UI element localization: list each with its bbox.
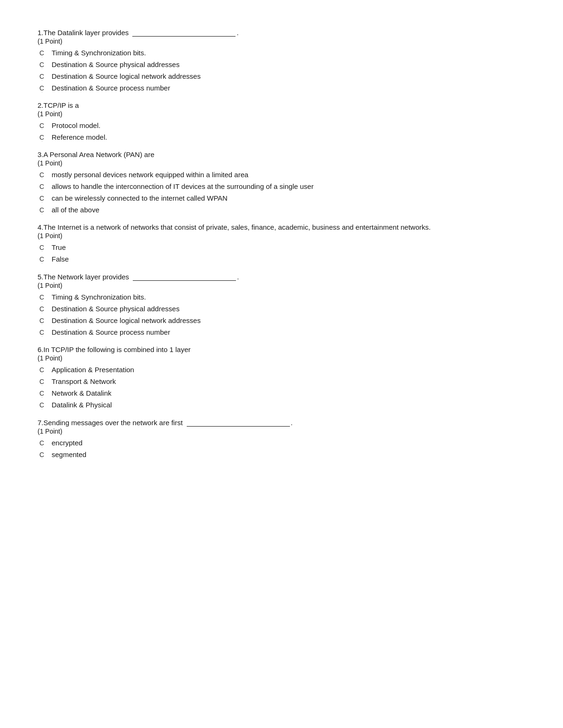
- question-block-3: 3.A Personal Area Network (PAN) are(1 Po…: [38, 150, 525, 215]
- option-label-1-2: Destination & Source physical addresses: [52, 60, 180, 69]
- question-text-3: 3.A Personal Area Network (PAN) are: [38, 150, 525, 158]
- radio-icon-6-3[interactable]: C.: [39, 389, 48, 398]
- radio-icon-7-1[interactable]: C.: [39, 438, 48, 448]
- option-row-6-3[interactable]: C.Network & Datalink: [38, 388, 525, 398]
- points-label-4: (1 Point): [38, 232, 525, 240]
- points-label-1: (1 Point): [38, 38, 525, 45]
- option-label-4-2: False: [52, 254, 69, 264]
- option-row-3-4[interactable]: C.all of the above: [38, 205, 525, 215]
- option-row-3-1[interactable]: C.mostly personal devices network equipp…: [38, 170, 525, 180]
- option-row-5-4[interactable]: C.Destination & Source process number: [38, 327, 525, 337]
- option-row-5-3[interactable]: C.Destination & Source logical network a…: [38, 315, 525, 325]
- radio-icon-3-1[interactable]: C.: [39, 170, 48, 180]
- option-row-1-4[interactable]: C.Destination & Source process number: [38, 83, 525, 93]
- question-block-4: 4.The Internet is a network of networks …: [38, 223, 525, 264]
- radio-icon-1-4[interactable]: C.: [39, 83, 48, 93]
- radio-icon-6-2[interactable]: C.: [39, 377, 48, 386]
- option-row-1-3[interactable]: C.Destination & Source logical network a…: [38, 71, 525, 81]
- option-label-2-1: Protocol model.: [52, 120, 100, 130]
- option-row-4-1[interactable]: C.True: [38, 242, 525, 252]
- radio-icon-2-2[interactable]: C.: [39, 133, 48, 142]
- question-text-7: 7.Sending messages over the network are …: [38, 418, 525, 427]
- option-label-5-1: Timing & Synchronization bits.: [52, 292, 146, 302]
- question-block-6: 6.In TCP/IP the following is combined in…: [38, 345, 525, 410]
- radio-icon-6-4[interactable]: C.: [39, 400, 48, 410]
- option-label-2-2: Reference model.: [52, 132, 107, 142]
- option-label-5-4: Destination & Source process number: [52, 327, 170, 337]
- option-label-7-2: segmented: [52, 450, 86, 459]
- radio-icon-1-2[interactable]: C.: [39, 60, 48, 69]
- radio-icon-7-2[interactable]: C.: [39, 450, 48, 459]
- points-label-5: (1 Point): [38, 282, 525, 289]
- radio-icon-1-3[interactable]: C.: [39, 72, 48, 81]
- option-label-1-3: Destination & Source logical network add…: [52, 71, 201, 81]
- question-block-7: 7.Sending messages over the network are …: [38, 418, 525, 459]
- option-label-3-1: mostly personal devices network equipped…: [52, 170, 248, 180]
- option-row-6-2[interactable]: C.Transport & Network: [38, 376, 525, 386]
- radio-icon-1-1[interactable]: C.: [39, 48, 48, 58]
- radio-icon-4-1[interactable]: C.: [39, 243, 48, 252]
- question-text-5: 5.The Network layer provides .: [38, 272, 525, 281]
- question-block-2: 2.TCP/IP is a(1 Point)C.Protocol model.C…: [38, 101, 525, 142]
- blank-5: [133, 272, 236, 281]
- points-label-2: (1 Point): [38, 110, 525, 118]
- option-row-1-1[interactable]: C.Timing & Synchronization bits.: [38, 48, 525, 58]
- quiz-container: 1.The Datalink layer provides .(1 Point)…: [38, 28, 525, 459]
- option-label-5-2: Destination & Source physical addresses: [52, 304, 180, 314]
- points-label-7: (1 Point): [38, 428, 525, 435]
- radio-icon-3-3[interactable]: C.: [39, 194, 48, 203]
- option-row-7-1[interactable]: C.encrypted: [38, 438, 525, 448]
- option-row-1-2[interactable]: C.Destination & Source physical addresse…: [38, 60, 525, 69]
- points-label-6: (1 Point): [38, 354, 525, 362]
- option-row-3-3[interactable]: C.can be wirelessly connected to the int…: [38, 193, 525, 203]
- option-row-6-4[interactable]: C.Datalink & Physical: [38, 400, 525, 410]
- option-label-1-4: Destination & Source process number: [52, 83, 170, 93]
- option-row-4-2[interactable]: C.False: [38, 254, 525, 264]
- blank-1: [132, 28, 236, 37]
- option-row-5-1[interactable]: C.Timing & Synchronization bits.: [38, 292, 525, 302]
- question-text-6: 6.In TCP/IP the following is combined in…: [38, 345, 525, 353]
- radio-icon-5-4[interactable]: C.: [39, 328, 48, 337]
- question-block-5: 5.The Network layer provides .(1 Point)C…: [38, 272, 525, 337]
- option-label-5-3: Destination & Source logical network add…: [52, 315, 201, 325]
- question-text-4: 4.The Internet is a network of networks …: [38, 223, 525, 231]
- option-row-6-1[interactable]: C.Application & Presentation: [38, 365, 525, 375]
- radio-icon-5-1[interactable]: C.: [39, 293, 48, 302]
- radio-icon-3-2[interactable]: C.: [39, 182, 48, 191]
- option-label-3-4: all of the above: [52, 205, 99, 215]
- radio-icon-3-4[interactable]: C.: [39, 205, 48, 215]
- option-label-6-1: Application & Presentation: [52, 365, 134, 375]
- option-label-4-1: True: [52, 242, 66, 252]
- option-label-3-3: can be wirelessly connected to the inter…: [52, 193, 228, 203]
- option-label-3-2: allows to handle the interconnection of …: [52, 181, 313, 191]
- radio-icon-6-1[interactable]: C.: [39, 365, 48, 375]
- question-block-1: 1.The Datalink layer provides .(1 Point)…: [38, 28, 525, 93]
- question-text-1: 1.The Datalink layer provides .: [38, 28, 525, 37]
- option-label-6-4: Datalink & Physical: [52, 400, 112, 410]
- radio-icon-5-2[interactable]: C.: [39, 304, 48, 314]
- radio-icon-4-2[interactable]: C.: [39, 255, 48, 264]
- radio-icon-2-1[interactable]: C.: [39, 121, 48, 130]
- option-row-2-1[interactable]: C.Protocol model.: [38, 120, 525, 130]
- blank-7: [187, 418, 290, 427]
- question-text-2: 2.TCP/IP is a: [38, 101, 525, 109]
- option-row-7-2[interactable]: C.segmented: [38, 450, 525, 459]
- option-row-5-2[interactable]: C.Destination & Source physical addresse…: [38, 304, 525, 314]
- option-row-3-2[interactable]: C.allows to handle the interconnection o…: [38, 181, 525, 191]
- points-label-3: (1 Point): [38, 159, 525, 167]
- radio-icon-5-3[interactable]: C.: [39, 316, 48, 325]
- option-row-2-2[interactable]: C.Reference model.: [38, 132, 525, 142]
- option-label-6-2: Transport & Network: [52, 376, 116, 386]
- option-label-1-1: Timing & Synchronization bits.: [52, 48, 146, 58]
- option-label-6-3: Network & Datalink: [52, 388, 112, 398]
- option-label-7-1: encrypted: [52, 438, 83, 448]
